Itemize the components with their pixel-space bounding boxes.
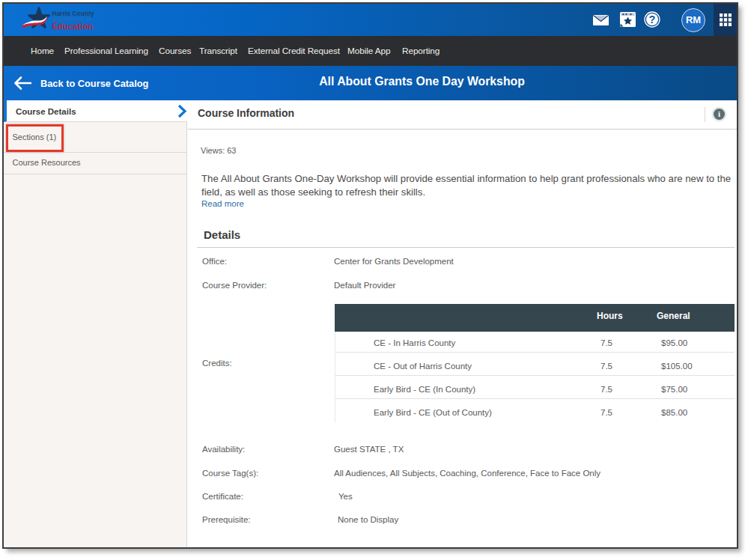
svg-text:Education: Education <box>52 22 94 31</box>
svg-text:?: ? <box>649 13 656 25</box>
